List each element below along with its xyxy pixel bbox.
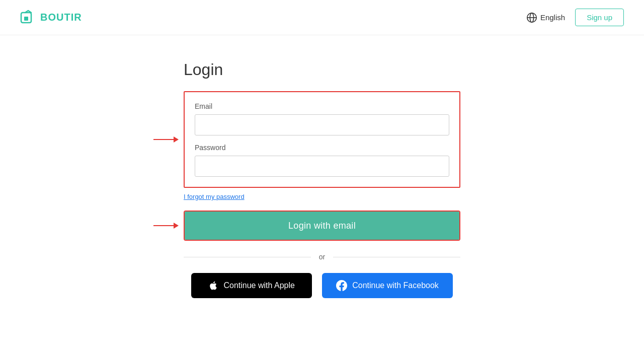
password-field-group: Password xyxy=(195,144,449,177)
password-label: Password xyxy=(195,144,449,152)
form-arrow-wrapper: Email Password xyxy=(184,91,460,188)
login-btn-wrapper: Login with email xyxy=(184,211,460,241)
email-input[interactable] xyxy=(195,114,449,135)
signup-button[interactable]: Sign up xyxy=(575,9,624,26)
language-selector[interactable]: English xyxy=(526,12,565,23)
or-line-left xyxy=(184,257,311,257)
login-form-box: Email Password xyxy=(184,91,460,188)
facebook-button-label: Continue with Facebook xyxy=(352,281,439,290)
or-text: or xyxy=(319,253,325,261)
arrow-head-2 xyxy=(174,223,179,229)
or-divider: or xyxy=(184,253,460,261)
continue-with-facebook-button[interactable]: Continue with Facebook xyxy=(322,273,453,298)
logo[interactable]: BOUTIR xyxy=(20,10,82,26)
login-btn-arrow xyxy=(153,223,179,229)
forgot-password-link[interactable]: I forgot my password xyxy=(184,193,460,200)
email-field-group: Email xyxy=(195,102,449,135)
main-content: Login Email Password I forgot my passwor… xyxy=(0,35,644,323)
page-title: Login xyxy=(184,60,460,79)
login-with-email-button[interactable]: Login with email xyxy=(185,212,459,240)
logo-text: BOUTIR xyxy=(40,12,82,23)
logo-icon xyxy=(20,10,36,26)
continue-with-apple-button[interactable]: Continue with Apple xyxy=(191,273,312,298)
header: BOUTIR English Sign up xyxy=(0,0,644,35)
login-btn-arrow-wrapper: Login with email xyxy=(184,211,460,241)
password-input[interactable] xyxy=(195,156,449,177)
social-buttons: Continue with Apple Continue with Facebo… xyxy=(184,273,460,298)
login-container: Login Email Password I forgot my passwor… xyxy=(184,60,460,298)
header-right: English Sign up xyxy=(526,9,624,26)
or-line-right xyxy=(333,257,460,257)
apple-icon xyxy=(208,281,218,291)
arrow-head xyxy=(174,136,179,143)
globe-icon xyxy=(526,12,537,23)
arrow-line xyxy=(153,139,174,140)
svg-rect-1 xyxy=(24,17,28,21)
language-label: English xyxy=(540,13,565,22)
facebook-icon xyxy=(336,280,347,291)
apple-button-label: Continue with Apple xyxy=(223,281,294,290)
form-arrow xyxy=(153,136,179,143)
email-label: Email xyxy=(195,102,449,110)
arrow-line-2 xyxy=(153,225,174,226)
